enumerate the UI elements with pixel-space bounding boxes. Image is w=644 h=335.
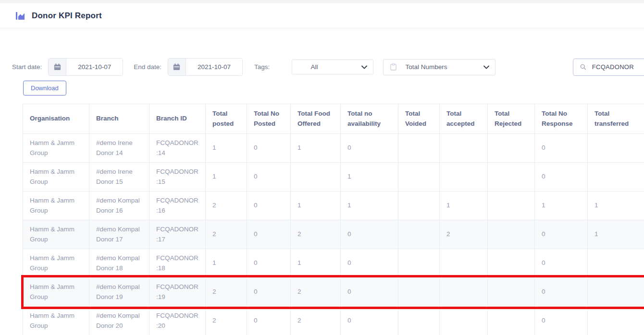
table-cell: 0 [247,307,291,335]
tags-select-value: All [310,63,361,71]
table-cell [398,307,440,335]
table-cell: 1 [291,191,341,220]
table-cell: Hamm & Jamm Group [23,307,89,335]
table-cell: 0 [341,249,398,278]
donor-kpi-table: OrganisationBranchBranch IDTotal postedT… [23,104,644,335]
table-cell: 0 [341,134,398,163]
table-cell: 2 [291,307,341,335]
search-input[interactable] [592,63,644,71]
table-cell: 0 [535,163,588,191]
table-cell: 1 [291,134,341,163]
table-row: Hamm & Jamm Group#demo Irene Donor 15FCQ… [23,163,644,191]
column-header: Total Food Offered [291,104,341,134]
search-box[interactable] [573,59,644,76]
calendar-icon[interactable] [49,59,66,75]
table-cell: 2 [206,307,247,335]
metric-select[interactable]: Total Numbers [383,59,495,75]
metric-select-value: Total Numbers [405,63,483,71]
table-cell: #demo Kompal Donor 17 [89,220,149,249]
table-cell [488,220,535,249]
table-cell: 1 [206,134,247,163]
table-cell [588,163,644,191]
table-row: Hamm & Jamm Group#demo Kompal Donor 20FC… [23,307,644,335]
table-cell: 2 [206,220,247,249]
table-cell: 2 [291,220,341,249]
download-button[interactable]: Download [23,81,66,96]
table-cell: #demo Kompal Donor 18 [89,249,149,278]
column-header: Organisation [23,104,89,134]
table-cell [440,163,488,191]
table-cell: 1 [206,163,247,191]
table-row: Hamm & Jamm Group#demo Kompal Donor 16FC… [23,191,644,220]
column-header: Total transferred [588,104,644,134]
table-cell: 0 [247,220,291,249]
area-chart-icon [15,11,26,21]
search-icon [580,63,586,71]
table-cell: 1 [341,163,398,191]
page-title: Donor KPI Report [32,11,102,21]
table-cell: Hamm & Jamm Group [23,163,89,191]
table-cell: 0 [247,134,291,163]
table-cell: 0 [535,134,588,163]
table-cell: 0 [247,163,291,191]
table-cell: 1 [440,191,488,220]
table-cell: 0 [341,307,398,335]
table-cell [398,163,440,191]
top-strip [0,0,644,3]
table-cell [440,134,488,163]
table-cell [488,249,535,278]
chevron-down-icon [361,65,367,69]
end-date-input[interactable] [186,59,242,75]
table-cell: FCQADONOR:17 [149,220,206,249]
table-body: Hamm & Jamm Group#demo Irene Donor 14FCQ… [23,134,644,335]
table-cell [488,278,535,307]
table-cell [588,278,644,307]
table-cell: #demo Irene Donor 14 [89,134,149,163]
table-cell: #demo Kompal Donor 20 [89,307,149,335]
start-date-label: Start date: [12,63,42,71]
table-cell: 0 [247,278,291,307]
table-cell: 1 [535,191,588,220]
start-date-input[interactable] [66,59,123,75]
table-cell: 2 [206,191,247,220]
table-row: Hamm & Jamm Group#demo Kompal Donor 19FC… [23,278,644,307]
table-cell: 0 [535,307,588,335]
start-date-picker[interactable] [48,58,123,76]
table-cell: 1 [341,191,398,220]
table-cell: FCQADONOR:18 [149,249,206,278]
table-cell [588,307,644,335]
table-cell: 1 [588,220,644,249]
table-cell [488,307,535,335]
table-cell [440,278,488,307]
calendar-icon[interactable] [168,59,186,75]
table-cell: Hamm & Jamm Group [23,249,89,278]
table-cell [291,163,341,191]
table-row: Hamm & Jamm Group#demo Kompal Donor 18FC… [23,249,644,278]
table-cell [488,163,535,191]
table-cell [440,307,488,335]
table-cell [398,191,440,220]
table-cell: FCQADONOR:16 [149,191,206,220]
table-cell: Hamm & Jamm Group [23,134,89,163]
column-header: Branch [89,104,149,134]
column-header: Total Voided [398,104,440,134]
tags-select[interactable]: All [292,60,373,74]
column-header: Total Rejected [488,104,535,134]
table-cell: 0 [247,249,291,278]
table-cell [398,134,440,163]
table-cell: FCQADONOR:14 [149,134,206,163]
table-cell: 2 [440,220,488,249]
chevron-down-icon [483,65,489,69]
table-cell: 0 [341,220,398,249]
table-cell [488,191,535,220]
table-cell [588,134,644,163]
column-header: Total No Response [535,104,588,134]
end-date-label: End date: [134,63,161,71]
tags-label: Tags: [254,63,270,71]
table-cell: FCQADONOR:19 [149,278,206,307]
table-cell: Hamm & Jamm Group [23,278,89,307]
clipboard-icon [390,63,396,71]
column-header: Total accepted [440,104,488,134]
table-cell: 0 [535,249,588,278]
end-date-picker[interactable] [168,58,243,76]
